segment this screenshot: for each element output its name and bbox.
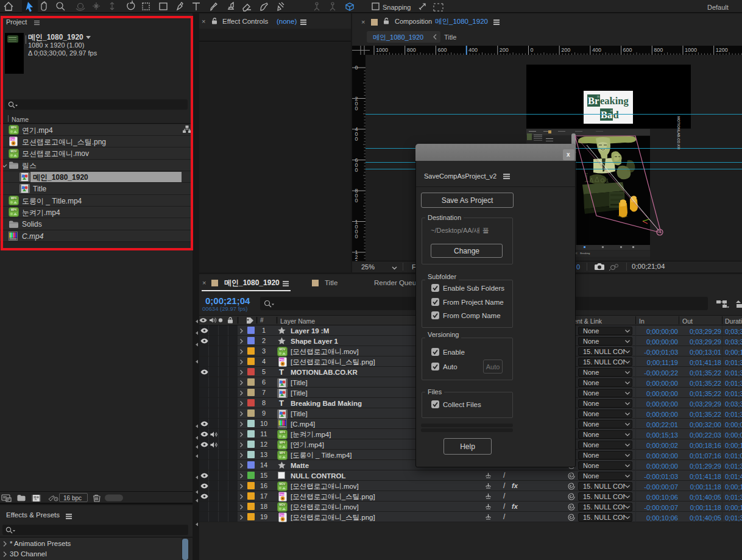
- svg-text:1000: 1000: [685, 47, 697, 53]
- svg-text:0: 0: [531, 47, 534, 53]
- svg-text:0: 0: [355, 233, 358, 239]
- svg-text:0: 0: [355, 65, 358, 71]
- svg-text:MP4: MP4: [280, 452, 286, 455]
- svg-text:MP4: MP4: [280, 431, 286, 434]
- svg-text:MOV: MOV: [279, 483, 285, 486]
- svg-text:PNG: PNG: [279, 514, 284, 517]
- svg-text:#: #: [260, 317, 264, 324]
- svg-text:200: 200: [561, 47, 570, 53]
- svg-text:0: 0: [355, 167, 358, 173]
- svg-text:0: 0: [355, 136, 358, 142]
- svg-text:800: 800: [654, 47, 663, 53]
- svg-text:PNG: PNG: [279, 359, 284, 361]
- svg-text:0: 0: [355, 105, 358, 112]
- svg-text:MOV: MOV: [279, 348, 285, 351]
- svg-text:800: 800: [407, 47, 416, 53]
- svg-text:1000: 1000: [376, 47, 388, 53]
- svg-text:1200: 1200: [716, 47, 728, 53]
- svg-text:400: 400: [592, 47, 601, 53]
- svg-text:MOV: MOV: [279, 503, 285, 506]
- svg-text:600: 600: [623, 47, 632, 53]
- svg-text:200: 200: [500, 47, 509, 53]
- svg-text:PNG: PNG: [279, 494, 284, 496]
- svg-text:0: 0: [355, 197, 358, 204]
- svg-text:600: 600: [437, 47, 447, 53]
- svg-text:400: 400: [468, 47, 478, 53]
- svg-text:MP4: MP4: [280, 441, 286, 444]
